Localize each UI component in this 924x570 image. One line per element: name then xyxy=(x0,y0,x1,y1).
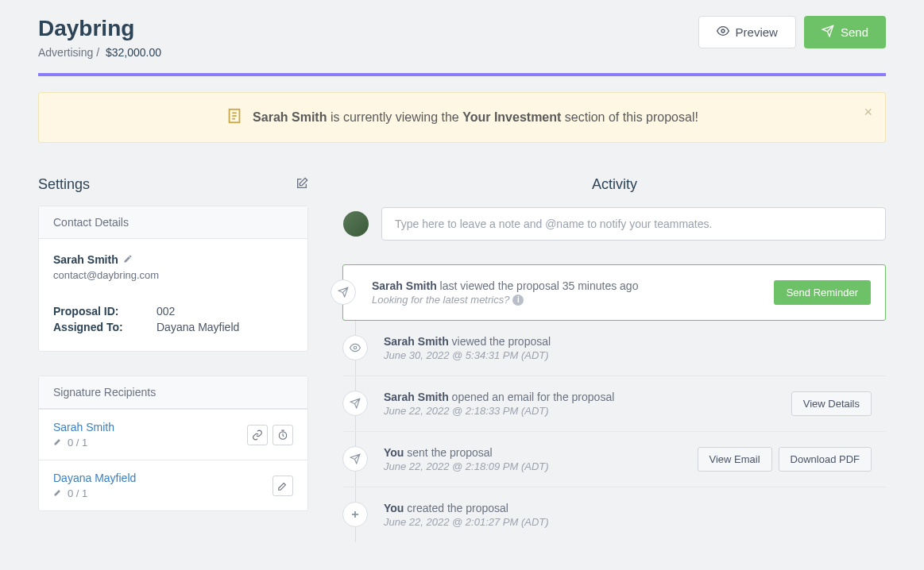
recipient-row: Sarah Smith 0 / 1 xyxy=(39,409,307,460)
assigned-label: Assigned To: xyxy=(53,321,157,333)
avatar xyxy=(343,211,369,237)
svg-point-6 xyxy=(354,346,357,349)
send-icon xyxy=(822,25,834,40)
recipient-name[interactable]: Dayana Mayfield xyxy=(53,472,136,484)
plus-icon xyxy=(342,502,368,527)
document-icon xyxy=(226,107,243,128)
contact-email: contact@daybring.com xyxy=(53,269,293,281)
contact-details-header: Contact Details xyxy=(39,206,307,239)
assigned-value: Dayana Mayfield xyxy=(157,321,239,333)
contact-details-card: Contact Details Sarah Smith contact@dayb… xyxy=(38,206,308,352)
view-details-button[interactable]: View Details xyxy=(791,391,872,416)
preview-label: Preview xyxy=(736,25,778,39)
svg-point-0 xyxy=(721,29,725,33)
signature-recipients-card: Signature Recipients Sarah Smith 0 / 1 xyxy=(38,376,308,511)
info-icon[interactable]: i xyxy=(512,295,524,306)
eye-icon xyxy=(342,335,368,360)
alert-section: Your Investment xyxy=(462,110,561,124)
send-button[interactable]: Send xyxy=(804,16,886,48)
send-icon xyxy=(342,446,368,472)
alert-text: Sarah Smith is currently viewing the You… xyxy=(253,110,698,125)
download-pdf-button[interactable]: Download PDF xyxy=(779,447,872,472)
activity-item: You sent the proposal June 22, 2022 @ 2:… xyxy=(343,432,886,487)
viewing-alert: Sarah Smith is currently viewing the You… xyxy=(38,92,886,143)
recipient-signed-count: 0 / 1 xyxy=(68,487,87,499)
activity-item: Sarah Smith last viewed the proposal 35 … xyxy=(342,264,886,321)
alert-viewer: Sarah Smith xyxy=(253,110,327,124)
accent-divider xyxy=(38,73,886,76)
activity-item: Sarah Smith viewed the proposal June 30,… xyxy=(343,321,886,376)
eye-icon xyxy=(717,25,729,40)
proposal-id-value: 002 xyxy=(157,305,175,318)
contact-name: Sarah Smith xyxy=(53,253,293,266)
recipient-signed-count: 0 / 1 xyxy=(68,437,87,449)
send-icon xyxy=(331,279,356,305)
breadcrumb: Advertising / $32,000.00 xyxy=(38,46,698,59)
signature-icon xyxy=(53,437,63,449)
edit-signer-icon[interactable] xyxy=(273,476,293,496)
link-icon[interactable] xyxy=(247,425,268,445)
activity-item: You created the proposal June 22, 2022 @… xyxy=(343,487,886,542)
proposal-amount: $32,000.00 xyxy=(106,46,161,59)
activity-title: Activity xyxy=(343,176,886,193)
recipient-row: Dayana Mayfield 0 / 1 xyxy=(39,460,307,510)
note-input[interactable] xyxy=(381,207,886,241)
activity-item: Sarah Smith opened an email for the prop… xyxy=(343,376,886,432)
page-title: Daybring xyxy=(38,16,698,41)
external-edit-icon[interactable] xyxy=(296,177,308,192)
preview-button[interactable]: Preview xyxy=(698,16,796,48)
pencil-icon[interactable] xyxy=(123,253,133,266)
send-label: Send xyxy=(841,25,868,39)
send-icon xyxy=(342,391,368,416)
send-reminder-button[interactable]: Send Reminder xyxy=(774,280,871,305)
signature-icon xyxy=(53,487,63,499)
signature-recipients-header: Signature Recipients xyxy=(39,376,307,409)
close-icon[interactable]: × xyxy=(864,104,872,121)
settings-title: Settings xyxy=(38,176,90,193)
timer-icon[interactable] xyxy=(273,425,293,445)
proposal-id-label: Proposal ID: xyxy=(53,305,157,318)
recipient-name[interactable]: Sarah Smith xyxy=(53,421,114,433)
view-email-button[interactable]: View Email xyxy=(698,447,772,472)
category-label: Advertising xyxy=(38,46,93,59)
